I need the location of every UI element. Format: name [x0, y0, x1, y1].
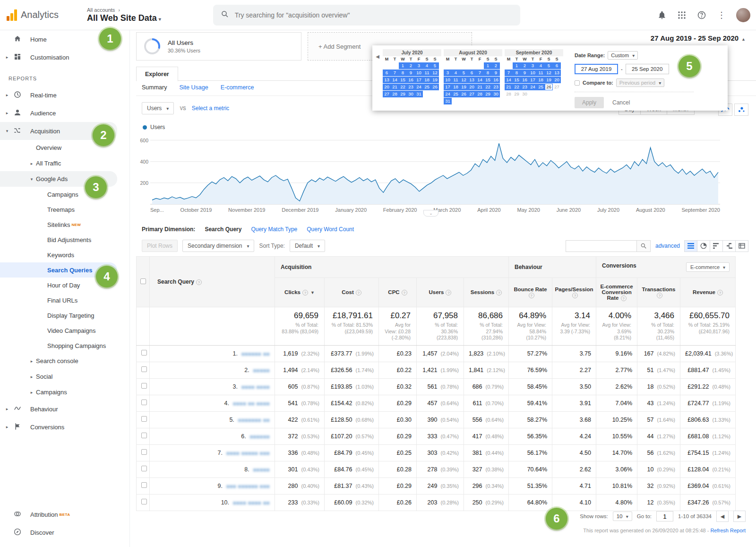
calendar-day[interactable]: 2 [521, 62, 529, 69]
calendar-day[interactable]: 3 [415, 62, 423, 69]
search-query-redacted-link[interactable]: ■■■■■ [253, 467, 270, 472]
segment-card-all-users[interactable]: All Users 30.36% Users [136, 32, 301, 61]
percentage-view-icon[interactable] [697, 240, 710, 252]
pivot-view-icon[interactable] [735, 240, 748, 252]
metric-dropdown[interactable]: Users▾ [142, 102, 174, 114]
search-query-redacted-link[interactable]: ■■■■■■ ■■ [241, 351, 270, 356]
help-icon[interactable]: ? [402, 290, 407, 295]
help-icon[interactable]: ? [496, 290, 502, 295]
refresh-report-link[interactable]: Refresh Report [710, 528, 746, 533]
column-header-cpc[interactable]: CPC? [379, 278, 417, 307]
calendar-day[interactable]: 5 [545, 62, 553, 69]
calendar-day[interactable]: 9 [521, 69, 529, 76]
end-date-input[interactable] [626, 64, 669, 74]
goto-page-input[interactable] [656, 511, 673, 521]
column-header-users[interactable]: Users? [417, 278, 464, 307]
calendar-day[interactable]: 5 [431, 62, 439, 69]
ecommerce-selector-dropdown[interactable]: E-commerce ▾ [686, 262, 730, 272]
column-header-cost[interactable]: Cost? [325, 278, 379, 307]
calendar-day[interactable]: 18 [452, 84, 460, 90]
calendar-day[interactable]: 1 [513, 62, 521, 69]
chart-collapse-button[interactable]: ⌄ [423, 210, 438, 217]
account-switcher[interactable]: All accounts › All Web Site Data▾ [87, 7, 161, 23]
help-icon[interactable]: ? [302, 290, 308, 295]
calendar-day[interactable]: 10 [444, 77, 452, 83]
sidebar-item-audience[interactable]: ▸Audience [0, 104, 129, 122]
sort-type-dropdown[interactable]: Default▾ [290, 240, 325, 252]
calendar-day[interactable]: 22 [513, 84, 521, 90]
calendar-day[interactable]: 27 [553, 84, 561, 90]
sidebar-item-treemaps[interactable]: Treemaps [0, 202, 129, 217]
calendar-day[interactable]: 4 [452, 69, 460, 76]
calendar-day[interactable]: 2 [492, 62, 500, 69]
calendar-day[interactable]: 31 [415, 91, 423, 97]
calendar-day[interactable]: 28 [505, 91, 513, 97]
dimension-query-match-type[interactable]: Query Match Type [251, 226, 297, 233]
plot-rows-button[interactable]: Plot Rows [142, 240, 178, 252]
search-query-redacted-link[interactable]: ■■■■ ■■ ■■■■ [233, 401, 270, 406]
calendar-day[interactable]: 6 [468, 69, 476, 76]
row-checkbox[interactable] [141, 383, 147, 389]
table-search-input[interactable] [566, 240, 636, 252]
calendar-day[interactable]: 18 [423, 77, 431, 83]
calendar-day[interactable]: 12 [545, 69, 553, 76]
apply-button[interactable]: Apply [575, 97, 604, 108]
calendar-day[interactable]: 10 [415, 69, 423, 76]
calendar-day[interactable]: 1 [484, 62, 492, 69]
calendar-day[interactable]: 11 [452, 77, 460, 83]
row-checkbox[interactable] [141, 449, 147, 455]
row-checkbox[interactable] [141, 466, 147, 471]
search-input[interactable] [235, 11, 499, 19]
calendar-day[interactable]: 16 [492, 77, 500, 83]
comparison-view-icon[interactable] [722, 240, 736, 252]
calendar-day[interactable]: 16 [521, 77, 529, 83]
calendar-day[interactable]: 13 [383, 77, 391, 83]
sidebar-item-sitelinks[interactable]: SitelinksNEW [0, 217, 129, 232]
calendar-day[interactable]: 26 [460, 91, 468, 97]
calendar-day[interactable]: 24 [444, 91, 452, 97]
calendar-day[interactable]: 15 [484, 77, 492, 83]
calendar-day[interactable]: 22 [484, 84, 492, 90]
column-header-revenue[interactable]: Revenue? [680, 278, 736, 307]
calendar-day[interactable]: 7 [391, 69, 399, 76]
calendar-day[interactable]: 20 [383, 84, 391, 90]
calendar-day[interactable]: 3 [444, 69, 452, 76]
calendar-day[interactable]: 17 [529, 77, 537, 83]
calendar-day[interactable]: 28 [391, 91, 399, 97]
calendar-day[interactable]: 21 [391, 84, 399, 90]
calendar-day[interactable]: 19 [545, 77, 553, 83]
subtab-summary[interactable]: Summary [142, 84, 167, 91]
sidebar-item-bid-adjustments[interactable]: Bid Adjustments [0, 232, 129, 247]
calendar-day[interactable]: 15 [399, 77, 407, 83]
calendar-day[interactable]: 6 [553, 62, 561, 69]
sidebar-item-social[interactable]: ▸Social [0, 369, 129, 384]
column-header-pages_session[interactable]: Pages/Session? [552, 278, 596, 307]
sidebar-item-final-urls[interactable]: Final URLs [0, 293, 129, 308]
calendar-day[interactable]: 29 [399, 91, 407, 97]
row-checkbox[interactable] [141, 366, 147, 372]
calendar-day[interactable]: 13 [553, 69, 561, 76]
calendar-day[interactable]: 22 [399, 84, 407, 90]
calendar-day[interactable]: 19 [431, 77, 439, 83]
select-all-checkbox[interactable] [140, 278, 146, 284]
calendar-day[interactable]: 9 [407, 69, 415, 76]
sidebar-item-keywords[interactable]: Keywords [0, 247, 129, 262]
help-icon[interactable]: ? [621, 295, 627, 301]
calendar-day[interactable]: 20 [553, 77, 561, 83]
analytics-logo[interactable]: Analytics [0, 9, 80, 21]
calendar-day[interactable]: 21 [505, 84, 513, 90]
dimension-query-word-count[interactable]: Query Word Count [307, 226, 354, 233]
show-rows-select[interactable]: 10 ▾ [613, 512, 632, 521]
calendar-day[interactable]: 17 [415, 77, 423, 83]
sidebar-item-search-console[interactable]: ▸Search console [0, 353, 129, 369]
tab-explorer[interactable]: Explorer [136, 67, 178, 81]
user-avatar[interactable] [736, 8, 750, 22]
search-query-redacted-link[interactable]: ■■■■ ■■■■ [241, 384, 270, 390]
column-header-sessions[interactable]: Sessions? [464, 278, 509, 307]
calendar-day[interactable]: 29 [484, 91, 492, 97]
row-checkbox[interactable] [141, 350, 147, 356]
calendar-day[interactable]: 14 [476, 77, 484, 83]
calendar-day[interactable]: 24 [529, 84, 537, 90]
search-query-redacted-link[interactable]: ■■■■■■■ ■■ [238, 417, 270, 423]
column-header-ecr[interactable]: E-commerce Conversion Rate? [596, 278, 637, 307]
